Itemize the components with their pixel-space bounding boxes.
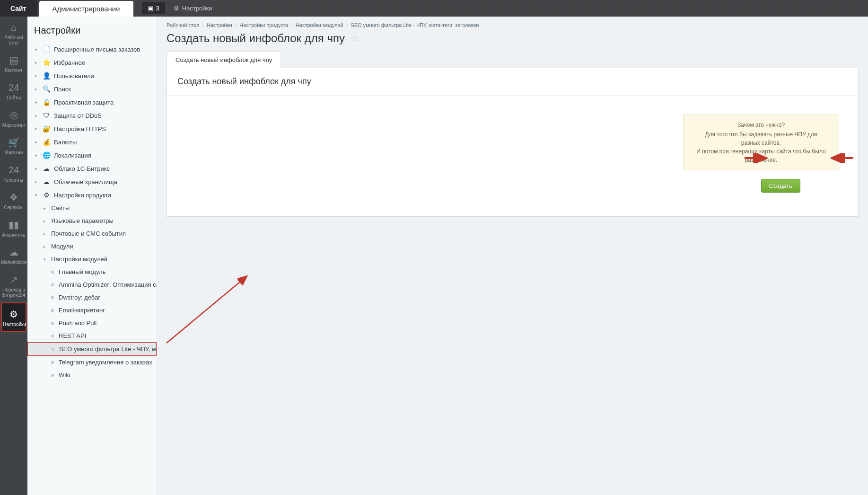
rail-item-3[interactable]: ◎Маркетинг	[0, 104, 27, 132]
tab-admin-label: Администрирование	[53, 5, 120, 13]
tab-site[interactable]: Сайт	[0, 0, 37, 17]
rail-item-8[interactable]: ☁Marketplace	[0, 241, 27, 269]
sidebar-item[interactable]: ▸🔐Настройка HTTPS	[27, 122, 157, 135]
breadcrumb-item[interactable]: Настройки	[207, 22, 232, 28]
sidebar-item[interactable]: ▸🔍Поиск	[27, 82, 157, 96]
sidebar-item[interactable]: ▾⚙Настройки продукта	[27, 188, 157, 202]
topbar-settings-label: Настройки	[182, 5, 212, 12]
sidebar-module-item[interactable]: Wiki	[27, 369, 157, 381]
bullet-icon	[51, 322, 54, 325]
sidebar-item[interactable]: ▸☁Облако 1С-Битрикс	[27, 162, 157, 175]
sidebar-item[interactable]: ▸🛡Защита от DDoS	[27, 109, 157, 122]
sidebar-item-label: Настройка HTTPS	[54, 125, 106, 133]
notification-badge[interactable]: ▣ 3	[142, 2, 165, 14]
rail-icon: ▤	[1, 54, 26, 66]
rail-label: Клиенты	[1, 177, 26, 183]
toggle-icon[interactable]: ▸	[35, 100, 40, 105]
breadcrumb-item[interactable]: Настройки модулей	[296, 22, 343, 28]
notification-icon: ▣	[148, 5, 153, 12]
sidebar-item[interactable]: ▸👤Пользователи	[27, 69, 157, 82]
rail-item-1[interactable]: ▤Контент	[0, 49, 27, 77]
rail-icon: ☁	[1, 246, 26, 258]
sidebar-module-item[interactable]: Email-маркетинг	[27, 304, 157, 317]
toggle-icon[interactable]: ▸	[35, 153, 40, 158]
sidebar-subitem[interactable]: ▸Почтовые и СМС события	[27, 227, 157, 240]
rail-item-4[interactable]: 🛒Магазин	[0, 132, 27, 159]
breadcrumb-separator-icon: ›	[346, 22, 348, 28]
breadcrumb-item[interactable]: Настройки продукта	[239, 22, 288, 28]
bullet-icon	[51, 271, 54, 274]
toggle-icon[interactable]: ▸	[44, 206, 48, 211]
rail-label: Магазин	[1, 150, 26, 155]
rail-item-9[interactable]: ↗Переход в Битрикс24	[0, 269, 27, 301]
topbar-settings[interactable]: ⚙ Настройки	[174, 0, 212, 17]
sidebar-subitem[interactable]: ▸Сайты	[27, 202, 157, 214]
sidebar-item-label: Облако 1С-Битрикс	[54, 165, 110, 172]
sidebar-item-label: Dwstroy: дебаг	[59, 294, 100, 301]
breadcrumb-item[interactable]: SEO умного фильтра Lite - ЧПУ, мета-теги…	[351, 22, 479, 28]
toggle-icon[interactable]: ▾	[44, 257, 48, 262]
sidebar-item-label: Языковые параметры	[51, 217, 114, 224]
sidebar-subitem[interactable]: ▸Языковые параметры	[27, 214, 157, 227]
diagonal-arrow-icon	[162, 272, 252, 348]
breadcrumb-item[interactable]: Рабочий стол	[167, 22, 199, 28]
rail-label: Рабочий стол	[1, 35, 26, 45]
toggle-icon[interactable]: ▸	[35, 179, 40, 184]
sidebar-item-label: Расширенные письма заказов	[54, 46, 140, 53]
favorite-star-icon[interactable]: ☆	[351, 33, 359, 44]
toggle-icon[interactable]: ▸	[44, 231, 48, 236]
sidebar-item-label: Сайты	[51, 204, 70, 212]
sidebar-module-item[interactable]: SEO умного фильтра Lite - ЧПУ, мета-теги…	[27, 342, 157, 356]
toggle-icon[interactable]: ▸	[35, 113, 40, 118]
sidebar-item[interactable]: ▸⭐Избранное	[27, 56, 157, 69]
sidebar-subitem[interactable]: ▾Настройки модулей	[27, 253, 157, 265]
sidebar-module-item[interactable]: Telegram уведомления о заказах	[27, 356, 157, 369]
rail-label: Контент	[1, 68, 26, 73]
toggle-icon[interactable]: ▾	[35, 193, 40, 197]
content-area: Рабочий стол›Настройки›Настройки продукт…	[157, 17, 868, 495]
rail-item-7[interactable]: ▮▮Аналитика	[0, 214, 27, 241]
toggle-icon[interactable]: ▸	[44, 244, 48, 249]
rail-item-2[interactable]: 24Сайты	[0, 77, 27, 104]
rail-label: Marketplace	[1, 260, 26, 265]
toggle-icon[interactable]: ▸	[35, 126, 40, 131]
sidebar-subitem[interactable]: ▸Модули	[27, 240, 157, 253]
rail-icon: ◎	[1, 109, 26, 121]
toggle-icon[interactable]: ▸	[35, 140, 40, 144]
sidebar-module-item[interactable]: Главный модуль	[27, 265, 157, 278]
panel-body: Зачем это нужно? Для того что бы задават…	[167, 96, 858, 216]
rail-label: Маркетинг	[1, 123, 26, 128]
toggle-icon[interactable]: ▸	[35, 60, 40, 65]
rail-label: Сайты	[1, 95, 26, 100]
toggle-icon[interactable]: ▸	[44, 219, 48, 223]
toggle-icon[interactable]: ▸	[35, 166, 40, 171]
tree-icon: 🔒	[43, 98, 50, 106]
sidebar-module-item[interactable]: Dwstroy: дебаг	[27, 291, 157, 304]
toggle-icon[interactable]: ▸	[35, 47, 40, 52]
breadcrumb-separator-icon: ›	[202, 22, 204, 28]
sidebar-item-label: Избранное	[54, 59, 85, 66]
rail-item-0[interactable]: ⌂Рабочий стол	[0, 17, 27, 49]
sidebar-item[interactable]: ▸🔒Проактивная защита	[27, 96, 157, 109]
toggle-icon[interactable]: ▸	[35, 87, 40, 91]
rail-icon: 24	[1, 81, 26, 94]
sidebar-item[interactable]: ▸📄Расширенные письма заказов	[27, 43, 157, 56]
rail-item-10[interactable]: ⚙Настройки	[1, 302, 26, 332]
tab-label: Создать новый инфоблок для чпу	[175, 56, 272, 63]
tab-admin[interactable]: Администрирование	[39, 1, 133, 17]
tab-create-infoblock[interactable]: Создать новый инфоблок для чпу	[167, 51, 281, 68]
sidebar-item[interactable]: ▸💰Валюты	[27, 135, 157, 149]
create-button[interactable]: Создать	[761, 179, 800, 193]
sidebar-module-item[interactable]: Ammina Optimizer: Оптимизация сайта (CSS	[27, 278, 157, 291]
sidebar-item-label: SEO умного фильтра Lite - ЧПУ, мета-теги…	[59, 345, 157, 353]
create-button-label: Создать	[769, 182, 792, 189]
sidebar-item[interactable]: ▸☁Облачные хранилища	[27, 175, 157, 188]
sidebar-item[interactable]: ▸🌐Локализация	[27, 149, 157, 162]
rail-item-6[interactable]: ❖Сервисы	[0, 186, 27, 214]
toggle-icon[interactable]: ▸	[35, 73, 40, 78]
rail-item-5[interactable]: 24Клиенты	[0, 159, 27, 186]
sidebar-module-item[interactable]: Push and Pull	[27, 317, 157, 329]
tree-icon: ⭐	[43, 59, 50, 66]
sidebar-module-item[interactable]: REST API	[27, 329, 157, 342]
sidebar-item-label: Push and Pull	[59, 319, 96, 327]
